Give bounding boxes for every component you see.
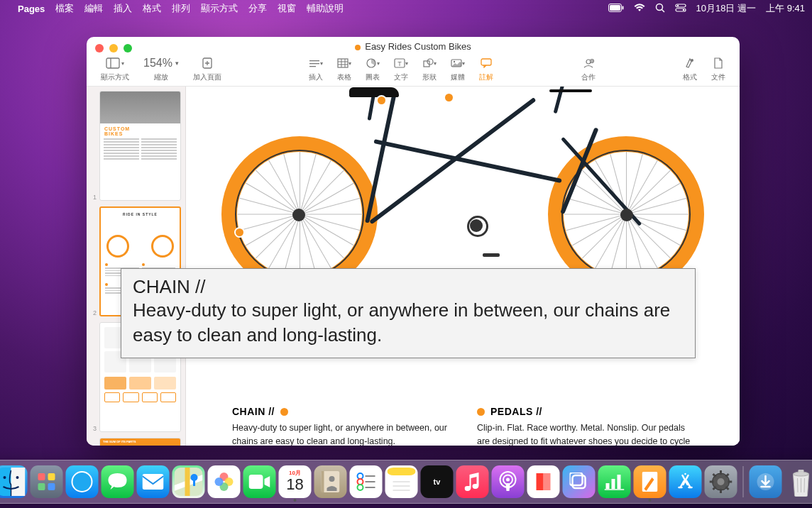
dock-news[interactable] [527,465,560,498]
svg-rect-73 [612,479,615,489]
svg-line-85 [726,474,729,477]
dock-maps[interactable] [172,465,205,498]
dock-trash[interactable] [785,465,813,498]
menu-view[interactable]: 顯示方式 [201,2,238,15]
toolbar-shape[interactable]: ▾ 形狀 [417,55,442,82]
add-page-icon [202,55,213,71]
menubar: Pages 檔案 編輯 插入 格式 排列 顯示方式 分享 視窗 輔助說明 10月… [0,0,812,17]
dock-numbers[interactable] [598,465,631,498]
dock-finder[interactable] [0,465,28,498]
menu-help[interactable]: 輔助說明 [307,2,344,15]
dock-shortcuts[interactable] [563,465,596,498]
svg-rect-41 [38,483,45,490]
thumbnail-page-1[interactable]: 1 CUSTOM BIKES [91,91,181,201]
pedal-icon [483,253,500,257]
svg-line-83 [713,474,716,477]
dock-tv[interactable]: tv [421,465,454,498]
hover-body: Heavy-duty to super light, or anywhere i… [133,298,684,348]
dock-reminders[interactable] [350,465,383,498]
zoom-value: 154% [143,57,172,70]
dock-notes[interactable] [385,465,418,498]
menu-arrange[interactable]: 排列 [172,2,190,15]
menu-window[interactable]: 視窗 [278,2,296,15]
document-page: CHAIN // Heavy-duty to super light, or a… [186,87,740,446]
dock-downloads[interactable] [750,465,782,498]
callout-marker[interactable] [378,96,385,104]
svg-point-44 [73,473,92,491]
toolbar-text[interactable]: T▾ 文字 [388,55,414,82]
svg-rect-39 [38,473,45,480]
menu-insert[interactable]: 插入 [114,2,132,15]
battery-icon[interactable] [608,4,624,14]
dock-podcasts[interactable] [492,465,525,498]
dock-mail[interactable] [137,465,170,498]
spotlight-icon[interactable] [655,3,665,15]
dock-music[interactable] [456,465,489,498]
svg-rect-42 [48,483,55,490]
thumbnail-page-4[interactable]: THE SUM OF ITS PARTS [91,438,181,446]
toolbar-zoom[interactable]: 154%▾ 縮放 [138,55,185,82]
control-center-icon[interactable] [675,4,686,14]
menubar-date[interactable]: 10月18日 週一 [696,2,757,15]
menu-file[interactable]: 檔案 [55,2,74,15]
toolbar-media[interactable]: ▾ 媒體 [445,55,471,82]
svg-point-56 [358,473,363,479]
wifi-icon[interactable] [634,4,645,14]
toolbar-insert[interactable]: ▾ 插入 [303,55,329,82]
toolbar-comment[interactable]: 註解 [473,55,499,82]
svg-point-8 [682,9,684,10]
svg-point-26 [427,59,433,65]
table-icon: ▾ [337,55,351,71]
pedals-section: PEDALS // Clip-in. Flat. Race worthy. Me… [477,406,693,446]
view-icon: ▾ [106,55,124,71]
svg-rect-70 [573,475,586,488]
media-icon: ▾ [451,55,465,71]
dock-pages[interactable] [634,465,666,498]
svg-rect-2 [622,6,623,9]
toolbar-table[interactable]: ▾ 表格 [331,55,357,82]
svg-point-34 [691,59,693,62]
hover-title: CHAIN // [133,276,684,298]
dock-launchpad[interactable] [31,465,63,498]
toolbar-chart[interactable]: ▾ 圖表 [360,55,385,82]
svg-line-91 [798,478,799,492]
svg-rect-63 [388,468,416,475]
menubar-time[interactable]: 上午 9:41 [766,2,805,15]
toolbar-document[interactable]: 文件 [706,55,731,82]
dock-settings[interactable] [705,465,737,498]
callout-marker[interactable] [445,94,453,101]
toolbar-format[interactable]: 格式 [677,55,703,82]
window-title: Easy Rides Custom Bikes [87,41,740,52]
dock-safari[interactable] [66,465,99,498]
dock-appstore[interactable] [669,465,702,498]
dock-calendar[interactable]: 10月18 [279,465,312,498]
callout-marker[interactable] [236,228,243,236]
document-canvas[interactable]: CHAIN // Heavy-duty to super light, or a… [186,87,740,446]
svg-rect-74 [618,475,621,489]
menu-format[interactable]: 格式 [143,2,161,15]
chain-section: CHAIN // Heavy-duty to super light, or a… [232,406,449,446]
chevron-down-icon: ▾ [175,60,179,67]
callout-marker[interactable] [477,408,485,416]
insert-icon: ▾ [309,55,323,71]
svg-point-28 [454,61,455,62]
dock-contacts[interactable] [314,465,347,498]
toolbar-collaborate[interactable]: 合作 [576,55,601,82]
svg-rect-1 [610,5,620,11]
collaborate-icon [582,55,595,71]
svg-point-78 [718,478,725,485]
menu-edit[interactable]: 編輯 [84,2,103,15]
toolbar-view[interactable]: ▾ 顯示方式 [95,55,135,82]
svg-rect-29 [481,59,491,65]
toolbar: ▾ 顯示方式 154%▾ 縮放 加入頁面 ▾ 插入 ▾ 表格 ▾ 圖表 T▾ 文… [87,50,740,87]
chain-body: Heavy-duty to super light, or anywhere i… [232,421,449,446]
menu-share[interactable]: 分享 [248,2,267,15]
svg-rect-90 [799,470,804,473]
dock-photos[interactable] [208,465,241,498]
dock-facetime[interactable] [243,465,276,498]
dock-messages[interactable] [102,465,134,498]
app-name[interactable]: Pages [18,4,45,14]
toolbar-add-page[interactable]: 加入頁面 [187,55,227,82]
callout-marker[interactable] [280,408,288,416]
handlebars-icon [549,89,592,92]
